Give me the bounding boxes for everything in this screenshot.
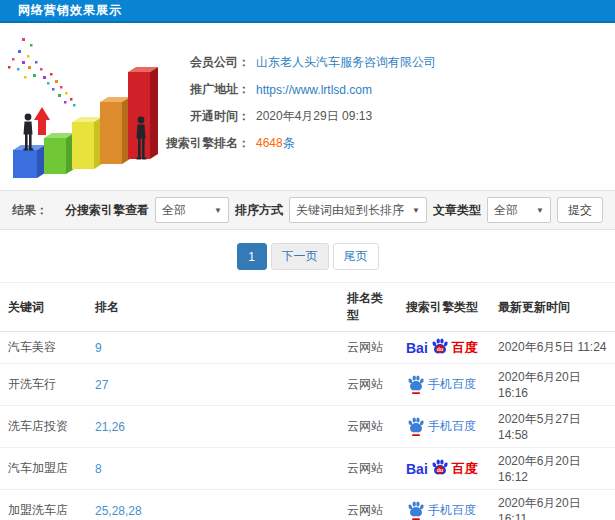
rank-count-number: 4648 [256, 136, 283, 150]
company-name-link[interactable]: 山东老人头汽车服务咨询有限公司 [256, 54, 436, 71]
rank-cell: 21,26 [87, 406, 339, 448]
sort-label: 排序方式 [235, 202, 283, 219]
page-1-button[interactable]: 1 [237, 243, 267, 270]
bar-orange [100, 97, 130, 164]
mobile-baidu-label: 手机百度 [428, 376, 476, 393]
mobile-baidu-label: 手机百度 [428, 502, 476, 519]
bar-yellow [72, 117, 102, 169]
table-row: 汽车加盟店8云网站Baidu百度2020年6月20日 16:12 [0, 448, 615, 490]
promo-url-label: 推广地址： [166, 81, 250, 98]
rank-value-link[interactable]: 21,26 [95, 420, 125, 434]
engine-type-cell: 手机百度 [398, 490, 490, 520]
mobile-baidu-logo: 手机百度 [406, 500, 482, 520]
filter-controls: 分搜索引擎查看 全部 ▼ 排序方式 关键词由短到长排序 ▼ 文章类型 全部 ▼ … [65, 197, 603, 223]
baidu-paw-icon: du [430, 458, 450, 479]
rank-cell: 27 [87, 364, 339, 406]
bar-chart-illustration [0, 28, 180, 190]
keyword-cell: 开洗车行 [0, 364, 87, 406]
company-info-section: 会员公司： 山东老人头汽车服务咨询有限公司 推广地址： https://www.… [0, 23, 615, 190]
table-row: 洗车店投资21,26云网站手机百度2020年5月27日 14:58 [0, 406, 615, 448]
baidu-paw-icon [406, 374, 426, 395]
article-type-select[interactable]: 全部 ▼ [487, 197, 551, 223]
table-body: 汽车美容9云网站Baidu百度2020年6月5日 11:24开洗车行27云网站手… [0, 332, 615, 520]
header-rank-type: 排名类型 [339, 283, 398, 332]
company-info-rows: 会员公司： 山东老人头汽车服务咨询有限公司 推广地址： https://www.… [166, 49, 436, 157]
keyword-cell: 洗车店投资 [0, 406, 87, 448]
table-row: 汽车美容9云网站Baidu百度2020年6月5日 11:24 [0, 332, 615, 364]
table-row: 开洗车行27云网站手机百度2020年6月20日 16:16 [0, 364, 615, 406]
rank-value-link[interactable]: 8 [95, 462, 102, 476]
rank-count-unit: 条 [283, 136, 295, 150]
table-row: 加盟洗车店25,28,28云网站手机百度2020年6月20日 16:11 [0, 490, 615, 520]
chevron-down-icon: ▼ [206, 206, 222, 215]
last-page-button[interactable]: 尾页 [333, 243, 379, 270]
rank-type-cell: 云网站 [339, 490, 398, 520]
rank-count-label: 搜索引擎排名： [166, 135, 250, 152]
promo-url-link[interactable]: https://www.lrtlsd.com [256, 83, 372, 97]
header-rank: 排名 [87, 283, 339, 332]
baidu-paw-icon: du [430, 337, 450, 358]
rank-type-cell: 云网站 [339, 364, 398, 406]
confetti-dots [8, 38, 76, 107]
info-row-rank-count: 搜索引擎排名： 4648条 [166, 130, 436, 157]
page-title: 网络营销效果展示 [18, 2, 122, 19]
rank-type-cell: 云网站 [339, 406, 398, 448]
rank-value-link[interactable]: 25,28,28 [95, 504, 142, 518]
header-updated: 最新更新时间 [490, 283, 615, 332]
rank-type-cell: 云网站 [339, 332, 398, 364]
rank-cell: 9 [87, 332, 339, 364]
svg-text:du: du [437, 346, 443, 352]
businessman-left [24, 114, 34, 151]
submit-button[interactable]: 提交 [557, 197, 603, 223]
rank-cell: 8 [87, 448, 339, 490]
table-header-row: 关键词 排名 排名类型 搜索引擎类型 最新更新时间 [0, 283, 615, 332]
updated-time-cell: 2020年6月20日 16:16 [490, 364, 615, 406]
next-page-button[interactable]: 下一页 [271, 243, 329, 270]
engine-filter-label: 分搜索引擎查看 [65, 202, 149, 219]
keyword-cell: 汽车美容 [0, 332, 87, 364]
article-type-value: 全部 [494, 202, 518, 219]
rank-value-link[interactable]: 9 [95, 341, 102, 355]
header-engine-type: 搜索引擎类型 [398, 283, 490, 332]
open-time-value: 2020年4月29日 09:13 [256, 108, 372, 125]
result-label: 结果： [12, 202, 48, 219]
filter-bar: 结果： 分搜索引擎查看 全部 ▼ 排序方式 关键词由短到长排序 ▼ 文章类型 全… [0, 190, 615, 230]
article-type-label: 文章类型 [433, 202, 481, 219]
baidu-wordmark-cn: 百度 [452, 339, 478, 357]
svg-text:du: du [437, 467, 443, 473]
rank-type-cell: 云网站 [339, 448, 398, 490]
mobile-baidu-logo: 手机百度 [406, 416, 482, 437]
bar-green [44, 133, 74, 174]
engine-type-cell: Baidu百度 [398, 332, 490, 364]
rank-cell: 25,28,28 [87, 490, 339, 520]
baidu-wordmark-bai: Bai [406, 461, 428, 477]
updated-time-cell: 2020年6月20日 16:12 [490, 448, 615, 490]
up-arrow-icon [34, 107, 50, 135]
chevron-down-icon: ▼ [528, 206, 544, 215]
baidu-paw-icon [406, 416, 426, 437]
mobile-baidu-label: 手机百度 [428, 418, 476, 435]
info-row-url: 推广地址： https://www.lrtlsd.com [166, 76, 436, 103]
engine-filter-select[interactable]: 全部 ▼ [155, 197, 229, 223]
rank-count-value: 4648条 [256, 135, 295, 152]
baidu-logo: Baidu百度 [406, 337, 482, 358]
page: 网络营销效果展示 [0, 0, 615, 520]
updated-time-cell: 2020年6月20日 16:11 [490, 490, 615, 520]
rank-value-link[interactable]: 27 [95, 378, 108, 392]
sort-value: 关键词由短到长排序 [296, 202, 404, 219]
baidu-logo: Baidu百度 [406, 458, 482, 479]
baidu-wordmark-cn: 百度 [452, 460, 478, 478]
open-time-label: 开通时间： [166, 108, 250, 125]
top-header-bar: 网络营销效果展示 [0, 0, 615, 23]
keyword-cell: 汽车加盟店 [0, 448, 87, 490]
engine-filter-value: 全部 [162, 202, 186, 219]
sort-select[interactable]: 关键词由短到长排序 ▼ [289, 197, 427, 223]
updated-time-cell: 2020年5月27日 14:58 [490, 406, 615, 448]
engine-type-cell: 手机百度 [398, 364, 490, 406]
mobile-baidu-logo: 手机百度 [406, 374, 482, 395]
pagination: 1 下一页 尾页 [0, 243, 615, 270]
baidu-wordmark-bai: Bai [406, 340, 428, 356]
info-row-open-time: 开通时间： 2020年4月29日 09:13 [166, 103, 436, 130]
header-keyword: 关键词 [0, 283, 87, 332]
keyword-cell: 加盟洗车店 [0, 490, 87, 520]
